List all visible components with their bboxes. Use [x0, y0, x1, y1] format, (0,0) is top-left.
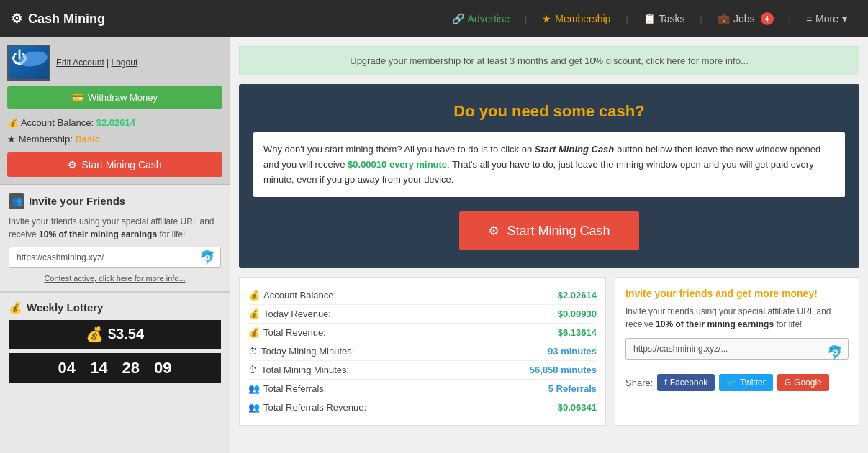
membership-star-icon: ★	[7, 134, 16, 145]
sidebar-affiliate-input[interactable]	[9, 247, 221, 268]
invite-friends-text: Invite your friends using your special a…	[9, 215, 221, 241]
divider4: |	[789, 14, 791, 24]
stats-icon-2: 💰	[248, 327, 260, 338]
invite-card: Invite your friends and get more money! …	[615, 277, 859, 426]
stats-icon-6: 👥	[248, 402, 260, 413]
invite-card-text-part2: for life!	[774, 319, 802, 329]
share-row: Share: f Facebook 🐦 Twitter G Google	[625, 374, 849, 391]
stats-label-5: 👥Total Referrals:	[248, 383, 326, 394]
stats-label-text-6: Total Referrals Revenue:	[263, 402, 366, 413]
stats-icon-4: ⏱	[248, 365, 258, 375]
desc-part1: Why don't you start mining them? All you…	[263, 144, 535, 155]
stats-row-1: 💰Today Revenue: $0.00930	[248, 305, 597, 324]
stats-icon-1: 💰	[248, 308, 260, 319]
navbar: ⚙ Cash Mining 🔗 Advertise | ★ Membership…	[0, 0, 868, 37]
stats-value-2: $6.13614	[558, 327, 597, 338]
invite-card-text: Invite your friends using your special a…	[625, 305, 849, 331]
lottery-title-label: Weekly Lottery	[27, 301, 103, 314]
jobs-icon: 💼	[718, 13, 730, 24]
nav-more[interactable]: ≡ More ▾	[796, 7, 857, 30]
lottery-title: 💰 Weekly Lottery	[9, 301, 221, 314]
nav-membership[interactable]: ★ Membership	[532, 7, 620, 30]
friends-icon: 👥	[9, 193, 24, 209]
stats-value-1: $0.00930	[558, 308, 597, 319]
more-chevron-icon: ▾	[842, 13, 847, 24]
share-facebook-button[interactable]: f Facebook	[657, 374, 715, 391]
share-twitter-button[interactable]: 🐦 Twitter	[719, 374, 772, 391]
lottery-num-1: 04	[58, 359, 76, 378]
lottery-num-2: 14	[90, 359, 107, 378]
divider2: |	[625, 14, 628, 24]
invite-card-text-bold: 10% of their mining earnings	[656, 319, 774, 329]
desc-italic: Start Mining Cash	[535, 144, 615, 155]
facebook-icon: f	[664, 378, 666, 388]
nav-membership-label: Membership	[555, 13, 610, 24]
brand-name: Cash Mining	[28, 12, 105, 27]
affiliate-wrapper: 🐬	[9, 247, 221, 268]
stats-icon-3: ⏱	[248, 346, 258, 357]
account-balance-label: Account Balance:	[21, 117, 94, 128]
jobs-badge: 4	[761, 12, 774, 25]
lottery-num-4: 09	[154, 359, 171, 378]
account-balance-value: $2.02614	[96, 117, 135, 128]
logout-link[interactable]: Logout	[112, 58, 138, 68]
divider3: |	[700, 14, 702, 24]
start-mining-gear-icon: ⚙	[488, 223, 499, 239]
withdraw-button[interactable]: 💳 Withdraw Money	[7, 86, 222, 109]
start-mining-sidebar-label: Start Mining Cash	[81, 159, 161, 170]
profile-section: Edit Account | Logout 💳 Withdraw Money 💰…	[0, 37, 230, 185]
stats-row-5: 👥Total Referrals: 5 Referrals	[248, 380, 597, 398]
stats-row-0: 💰Account Balance: $2.02614	[248, 286, 597, 305]
start-mining-sidebar-button[interactable]: ⚙ Start Mining Cash	[7, 152, 222, 177]
nav-advertise-label: Advertise	[468, 13, 510, 24]
account-info: 💰 Account Balance: $2.02614 ★ Membership…	[7, 114, 222, 148]
upgrade-banner-text: Upgrade your membership for at least 3 m…	[350, 55, 749, 66]
lottery-prize: 💰 $3.54	[9, 320, 221, 349]
stats-label-text-2: Total Revenue:	[263, 327, 326, 338]
stats-label-text-4: Total Mining Minutes:	[261, 365, 349, 375]
stats-value-0: $2.02614	[558, 290, 597, 301]
invite-affiliate-input[interactable]	[625, 338, 849, 360]
contest-link[interactable]: Contest active, click here for more info…	[9, 274, 221, 283]
mining-card-title: Do you need some cash?	[253, 102, 845, 121]
nav-links: 🔗 Advertise | ★ Membership | 📋 Tasks | 💼…	[442, 6, 857, 31]
stats-label-4: ⏱Total Mining Minutes:	[248, 365, 349, 375]
mining-card-desc: Why don't you start mining them? All you…	[253, 132, 845, 197]
stats-label-text-0: Account Balance:	[263, 290, 336, 301]
nav-jobs[interactable]: 💼 Jobs 4	[707, 6, 784, 31]
invite-friends-section: 👥 Invite your Friends Invite your friend…	[0, 185, 230, 293]
more-icon: ≡	[806, 13, 812, 24]
google-icon: G	[785, 378, 791, 388]
share-google-button[interactable]: G Google	[777, 374, 829, 391]
share-label: Share:	[625, 378, 653, 388]
twitter-icon: 🐦	[726, 378, 737, 388]
stats-value-6: $0.06341	[558, 402, 597, 413]
stats-value-4: 56,858 minutes	[530, 365, 597, 375]
invite-affiliate-wrapper: 🐬	[625, 338, 849, 367]
invite-friends-label: Invite your Friends	[29, 195, 125, 207]
invite-dolphin-icon: 🐬	[827, 344, 843, 360]
brand: ⚙ Cash Mining	[11, 11, 105, 27]
profile-links: Edit Account | Logout	[56, 58, 137, 68]
edit-account-link[interactable]: Edit Account	[56, 58, 104, 68]
stats-label-0: 💰Account Balance:	[248, 290, 336, 301]
divider1: |	[525, 14, 527, 24]
stats-label-6: 👥Total Referrals Revenue:	[248, 402, 366, 413]
nav-more-label: More	[815, 13, 838, 24]
account-balance-row: 💰 Account Balance: $2.02614	[7, 114, 222, 131]
stats-value-5: 5 Referrals	[548, 383, 597, 394]
stats-label-text-3: Today Mining Minutes:	[261, 346, 354, 357]
dolphin-icon: 🐬	[199, 250, 215, 265]
lottery-num-3: 28	[122, 359, 140, 378]
upgrade-banner[interactable]: Upgrade your membership for at least 3 m…	[239, 46, 859, 76]
stats-section: 💰Account Balance: $2.02614 💰Today Revenu…	[239, 277, 859, 426]
start-mining-main-button[interactable]: ⚙ Start Mining Cash	[459, 211, 638, 250]
stats-label-text-1: Today Revenue:	[263, 308, 331, 319]
lottery-section: 💰 Weekly Lottery 💰 $3.54 04 14 28 09	[0, 293, 230, 392]
stats-icon-0: 💰	[248, 290, 260, 301]
avatar	[7, 45, 50, 81]
main-layout: Edit Account | Logout 💳 Withdraw Money 💰…	[0, 37, 868, 453]
nav-tasks[interactable]: 📋 Tasks	[633, 7, 695, 30]
lottery-numbers: 04 14 28 09	[9, 353, 221, 383]
nav-advertise[interactable]: 🔗 Advertise	[442, 7, 520, 30]
